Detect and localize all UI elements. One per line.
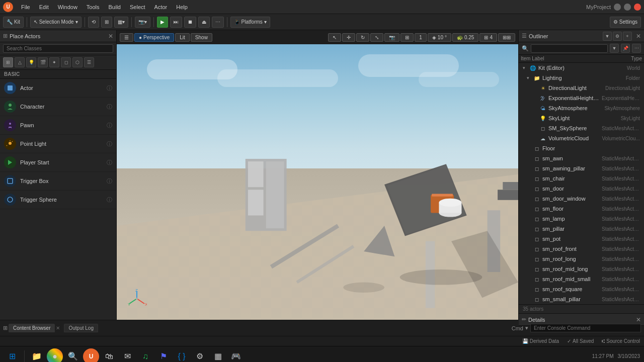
maximize-button[interactable] — [624, 4, 631, 11]
tree-item-smchair[interactable]: ▶◻sm_chairStaticMeshActo... — [519, 173, 644, 184]
menu-build[interactable]: Build — [105, 3, 125, 11]
shapes-tab-btn[interactable]: △ — [15, 57, 25, 67]
perspective-btn[interactable]: ● Perspective — [134, 33, 174, 42]
actor-item-pointlight[interactable]: Point Light ⓘ — [0, 135, 116, 153]
output-log-tab[interactable]: Output Log — [64, 324, 98, 332]
tree-item-skyatmos[interactable]: ▶ 🌤 SkyAtmosphere SkyAtmosphere — [519, 103, 644, 113]
outliner-filter-btn[interactable]: ▼ — [603, 32, 612, 41]
viewport-menu-btn[interactable]: ☰ — [120, 33, 133, 42]
tree-item-smpot[interactable]: ▶◻sm_potStaticMeshActo... — [519, 234, 644, 244]
taskbar-settings[interactable]: ⚙ — [192, 348, 208, 363]
play-button[interactable]: ▶ — [157, 17, 168, 28]
menu-file[interactable]: File — [17, 3, 34, 11]
viewport-layout-btn[interactable]: ⊞⊞ — [498, 33, 515, 42]
taskbar-search[interactable]: 🔍 — [65, 348, 81, 363]
actor-info-triggerbox[interactable]: ⓘ — [107, 177, 112, 185]
settings-button[interactable]: ⚙ Settings — [610, 17, 641, 28]
transform-gizmo-btn[interactable]: ↖ — [328, 33, 341, 42]
outliner-settings-btn[interactable]: ⚙ — [613, 32, 622, 41]
vp-extra-btn2[interactable]: 1 — [415, 33, 427, 42]
vp-extra-btn3[interactable]: ⊞ 4 — [479, 33, 497, 42]
snap-angle-btn[interactable]: ◈ 10 ° — [428, 33, 451, 42]
actor-item-actor[interactable]: Actor ⓘ — [0, 79, 116, 98]
tree-item-smrooffront[interactable]: ▶◻sm_roof_frontStaticMeshActo... — [519, 244, 644, 254]
taskbar-store[interactable]: 🛍 — [101, 348, 117, 363]
search-input[interactable] — [3, 44, 113, 53]
actor-item-character[interactable]: Character ⓘ — [0, 98, 116, 116]
all-saved-status[interactable]: ✓ All Saved — [567, 338, 594, 344]
viewport[interactable]: ☰ ● Perspective Lit Show ↖ ✛ ↻ ⤡ 📷 ⊞ 1 — [117, 30, 518, 320]
actor-info-playerstart[interactable]: ⓘ — [107, 159, 112, 166]
outliner-add-btn[interactable]: + — [623, 32, 632, 41]
taskbar-file-explorer[interactable]: 📁 — [29, 348, 45, 363]
actor-info-actor[interactable]: ⓘ — [107, 84, 112, 92]
tree-item-skysphere[interactable]: ▶ ◻ SM_SkySphere StaticMeshActo... — [519, 123, 644, 133]
menu-help[interactable]: Help — [172, 3, 192, 11]
basic-tab-btn[interactable]: ⊞ — [3, 57, 13, 67]
actor-item-pawn[interactable]: Pawn ⓘ — [0, 116, 116, 135]
menu-edit[interactable]: Edit — [35, 3, 53, 11]
details-close[interactable]: ✕ — [636, 316, 641, 323]
grid-button[interactable]: ▦▾ — [114, 17, 128, 28]
tree-item-smpillar[interactable]: ▶◻sm_pillarStaticMeshActo... — [519, 224, 644, 234]
transform-button[interactable]: ⟲ — [88, 17, 99, 28]
camera-button[interactable]: 📷▾ — [135, 17, 150, 28]
actor-info-character[interactable]: ⓘ — [107, 103, 112, 111]
actor-item-playerstart[interactable]: Player Start ⓘ — [0, 153, 116, 172]
tree-item-smroofmidlong[interactable]: ▶◻sm_roof_mid_longStaticMeshActo... — [519, 264, 644, 274]
content-browser-tab[interactable]: Content Browser — [9, 324, 55, 332]
menu-window[interactable]: Window — [54, 3, 82, 11]
taskbar-misc1[interactable]: ▦ — [210, 348, 226, 363]
tree-item-smroofsquare[interactable]: ▶◻sm_roof_squareStaticMeshActo... — [519, 284, 644, 294]
eject-button[interactable]: ⏏ — [198, 17, 210, 28]
tree-item-smrooflong[interactable]: ▶◻sm_roof_longStaticMeshActo... — [519, 254, 644, 264]
actor-info-pawn[interactable]: ⓘ — [107, 122, 112, 129]
move-btn[interactable]: ✛ — [342, 33, 355, 42]
lights-tab-btn[interactable]: 💡 — [26, 57, 36, 67]
tree-item-floor[interactable]: ▶ ◻ Floor — [519, 143, 644, 153]
tree-item-directionallight[interactable]: ▶ ☀ DirectionalLight DirectionalLight — [519, 83, 644, 93]
taskbar-mail[interactable]: ✉ — [119, 348, 135, 363]
tree-item-kit[interactable]: ▾ 🌐 Kit (Editor) World — [519, 63, 644, 73]
geometry-tab-btn[interactable]: ◻ — [61, 57, 71, 67]
tree-item-smdoorwindow[interactable]: ▶◻sm_door_windowStaticMeshActo... — [519, 194, 644, 204]
derived-data-status[interactable]: 💾 Derived Data — [522, 338, 559, 344]
minimize-button[interactable] — [614, 4, 621, 11]
close-button[interactable] — [634, 4, 641, 11]
platforms-button[interactable]: 📱 Platforms ▾ — [230, 17, 270, 28]
outliner-close[interactable]: ✕ — [636, 33, 641, 40]
place-actors-close[interactable]: ✕ — [108, 33, 113, 40]
taskbar-discord[interactable]: ⚑ — [155, 348, 172, 363]
actor-info-pointlight[interactable]: ⓘ — [107, 140, 112, 148]
menu-actor[interactable]: Actor — [150, 3, 172, 11]
taskbar-ue5[interactable]: U — [83, 348, 99, 363]
all-tab-btn[interactable]: ☰ — [84, 57, 94, 67]
console-input[interactable] — [530, 324, 641, 332]
stop-button[interactable]: ⏹ — [184, 17, 196, 28]
outliner-search-settings[interactable]: ▼ — [610, 44, 619, 53]
camera-speed-btn[interactable]: 🐢 0.25 — [452, 33, 478, 42]
scale-btn[interactable]: ⤡ — [370, 33, 383, 42]
show-btn[interactable]: Show — [191, 33, 212, 42]
actor-item-triggerbox[interactable]: Trigger Box ⓘ — [0, 172, 116, 191]
taskbar-misc2[interactable]: 🎮 — [228, 348, 244, 363]
content-browser-close[interactable]: ✕ — [56, 325, 60, 331]
volumes-tab-btn[interactable]: ⬡ — [72, 57, 83, 67]
tree-item-smawningpillar[interactable]: ▶◻sm_awning_pillarStaticMeshActo... — [519, 163, 644, 173]
tree-item-smfloor[interactable]: ▶◻sm_floorStaticMeshActo... — [519, 204, 644, 214]
tree-item-smroofmidsmall[interactable]: ▶◻sm_roof_mid_smallStaticMeshActo... — [519, 274, 644, 284]
rotate-btn[interactable]: ↻ — [356, 33, 369, 42]
tree-item-smdoor[interactable]: ▶◻sm_doorStaticMeshActo... — [519, 184, 644, 194]
taskbar-spotify[interactable]: ♫ — [137, 348, 153, 363]
cinematic-tab-btn[interactable]: 🎬 — [38, 57, 48, 67]
vp-extra-btn1[interactable]: ⊞ — [400, 33, 414, 42]
lit-btn[interactable]: Lit — [175, 33, 190, 42]
selection-mode-button[interactable]: ↖ Selection Mode ▾ — [30, 17, 82, 28]
source-control-status[interactable]: ⑆ Source Control — [602, 338, 640, 344]
outliner-more-btn[interactable]: ⋯ — [632, 44, 641, 53]
tree-item-lighting[interactable]: ▾ 📁 Lighting Folder — [519, 73, 644, 83]
more-button[interactable]: ⋯ — [212, 17, 224, 28]
actor-info-triggersphere[interactable]: ⓘ — [107, 196, 112, 204]
tree-item-smawn[interactable]: ▶◻sm_awnStaticMeshActo... — [519, 153, 644, 163]
visual-tab-btn[interactable]: ✦ — [49, 57, 59, 67]
